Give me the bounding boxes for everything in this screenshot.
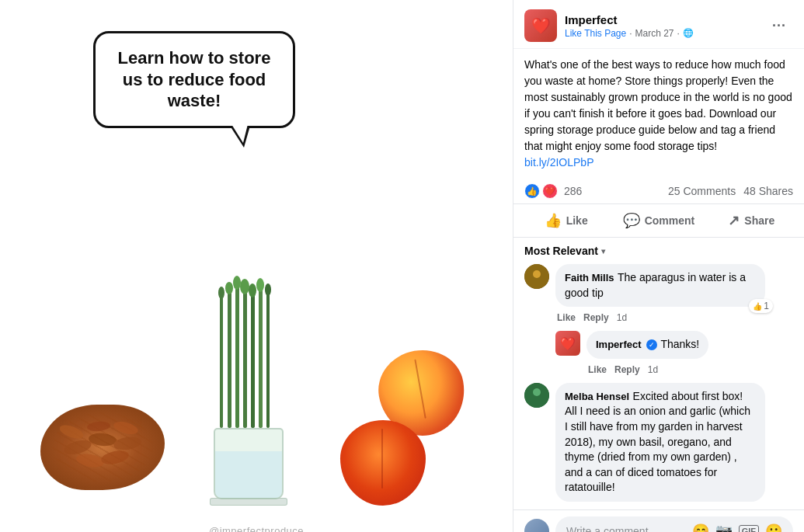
like-icon: 👍 <box>545 212 562 229</box>
speech-bubble-text: Learn how to store us to reduce food was… <box>111 47 277 112</box>
avatar: ❤️ <box>555 331 580 356</box>
svg-point-7 <box>112 419 139 436</box>
comment-input-area: Write a comment... 😊 📷 GIF 🙂 <box>513 509 804 532</box>
peaches-group <box>332 350 472 506</box>
share-button[interactable]: ↗ Share <box>705 206 798 235</box>
almond-pile <box>40 405 165 490</box>
comment-reply-action[interactable]: Reply <box>614 364 640 375</box>
chevron-down-icon: ▾ <box>601 247 605 256</box>
avatar <box>524 383 549 408</box>
svg-rect-12 <box>259 287 263 428</box>
sort-dropdown[interactable]: Most Relevant ▾ <box>524 245 605 257</box>
comment-input-box[interactable]: Write a comment... 😊 📷 GIF 🙂 <box>555 516 793 532</box>
jar-body <box>214 428 284 499</box>
speech-bubble: Learn how to store us to reduce food was… <box>93 31 295 128</box>
peach-crease-2 <box>381 429 383 489</box>
comment-actions: Like Reply 1d <box>586 364 708 375</box>
list-item: Melba Hensel Excited about first box! Al… <box>524 383 793 502</box>
asparagus-stems <box>214 288 284 428</box>
camera-icon[interactable]: 📷 <box>715 523 733 532</box>
reaction-count: 286 <box>564 185 582 197</box>
svg-point-25 <box>533 388 541 396</box>
post-card: Learn how to store us to reduce food was… <box>0 0 804 532</box>
sticker-icon[interactable]: 🙂 <box>765 523 782 532</box>
comment-like-action[interactable]: Like <box>588 364 607 375</box>
svg-point-2 <box>113 436 142 452</box>
like-count: 1 <box>764 301 769 311</box>
comment-placeholder: Write a comment... <box>566 525 657 532</box>
action-buttons: 👍 Like 💬 Comment ↗ Share <box>513 204 804 238</box>
svg-point-20 <box>218 287 224 299</box>
reaction-icons: 👍 ❤️ <box>524 183 558 199</box>
globe-icon: 🌐 <box>683 28 694 38</box>
heart-reaction: ❤️ <box>542 183 558 199</box>
svg-rect-10 <box>251 292 255 428</box>
svg-rect-13 <box>220 294 223 428</box>
comment-icon: 💬 <box>623 212 640 229</box>
like-button[interactable]: 👍 Like <box>520 206 612 235</box>
comment-author: Imperfect <box>596 339 642 350</box>
jar-water <box>215 451 282 498</box>
comment-author: Faith Mills <box>565 272 614 283</box>
shares-count[interactable]: 48 Shares <box>743 185 793 197</box>
comments-count[interactable]: 25 Comments <box>668 185 736 197</box>
asparagus-jar <box>198 288 299 506</box>
gif-icon[interactable]: GIF <box>739 525 759 532</box>
avatar-icon: ❤️ <box>531 16 551 35</box>
list-item: Faith Mills The aparagus in water is a g… <box>524 264 793 323</box>
heart-icon: ❤️ <box>545 186 555 196</box>
comment-bubble: Imperfect ✓ Thanks! <box>586 331 708 359</box>
comment-bubble: Melba Hensel Excited about first box! Al… <box>555 383 765 502</box>
comment-reply-action[interactable]: Reply <box>583 312 609 323</box>
more-options-button[interactable]: ··· <box>765 12 793 40</box>
reactions-bar: 👍 ❤️ 286 25 Comments 48 Shares <box>513 179 804 204</box>
post-text: What's one of the best ways to reduce ho… <box>513 49 804 179</box>
like-count-badge: 👍 1 <box>749 299 773 313</box>
comment-bubble: Faith Mills The aparagus in water is a g… <box>555 264 765 307</box>
page-avatar: ❤️ <box>524 9 557 42</box>
comment-like-action[interactable]: Like <box>557 312 576 323</box>
post-right-panel: ❤️ Imperfect Like This Page · March 27 ·… <box>513 0 804 532</box>
svg-rect-8 <box>243 288 247 428</box>
emoji-icon[interactable]: 😊 <box>692 523 709 532</box>
peach-2 <box>340 420 426 506</box>
svg-point-23 <box>533 270 541 278</box>
image-content: Learn how to store us to reduce food was… <box>0 0 513 532</box>
comment-actions: Like Reply 1d <box>555 312 765 323</box>
share-icon: ↗ <box>728 212 740 229</box>
thumb-icon: 👍 <box>753 302 762 311</box>
comment-text: Excited about first box! All I need is a… <box>565 390 750 494</box>
list-item: ❤️ Imperfect ✓ Thanks! Like Reply 1d <box>555 331 793 375</box>
verified-badge: ✓ <box>646 339 657 350</box>
imperfect-avatar-icon: ❤️ <box>560 336 576 351</box>
svg-point-18 <box>225 282 233 294</box>
page-name[interactable]: Imperfect <box>565 13 765 27</box>
comment-time: 1d <box>617 312 627 323</box>
reply-group: ❤️ Imperfect ✓ Thanks! Like Reply 1d <box>524 331 793 375</box>
post-body: What's one of the best ways to reduce ho… <box>524 58 792 152</box>
comment-label: Comment <box>645 214 695 227</box>
post-date: March 27 <box>635 28 674 39</box>
svg-point-19 <box>256 278 264 292</box>
share-label: Share <box>744 214 774 227</box>
like-this-page[interactable]: Like This Page <box>565 28 626 39</box>
svg-point-15 <box>240 279 249 294</box>
input-icons: 😊 📷 GIF 🙂 <box>692 523 782 532</box>
sort-label: Most Relevant <box>524 245 598 257</box>
svg-point-6 <box>86 421 110 433</box>
svg-point-5 <box>57 422 85 441</box>
comment-text: Thanks! <box>660 338 699 350</box>
svg-point-16 <box>233 276 241 290</box>
more-icon: ··· <box>772 18 786 34</box>
svg-point-1 <box>88 432 117 447</box>
dot-separator-2: · <box>677 28 680 39</box>
avatar <box>524 264 549 289</box>
post-image: Learn how to store us to reduce food was… <box>0 0 513 532</box>
comment-button[interactable]: 💬 Comment <box>612 206 705 235</box>
svg-point-17 <box>249 283 256 297</box>
comment-author: Melba Hensel <box>565 391 629 402</box>
post-link[interactable]: bit.ly/2IOLPbP <box>524 156 594 169</box>
user-avatar <box>524 519 549 532</box>
page-info: Imperfect Like This Page · March 27 · 🌐 <box>565 13 765 39</box>
post-header: ❤️ Imperfect Like This Page · March 27 ·… <box>513 0 804 49</box>
